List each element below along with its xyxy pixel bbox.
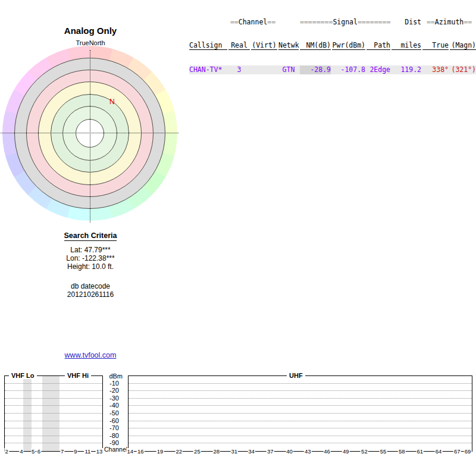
group-spacer <box>189 18 227 26</box>
cell-path: 2Edge <box>367 65 390 74</box>
header-pwr-dbm: Pwr(dBm) <box>332 42 365 50</box>
channel-tick-64: 64 <box>435 448 443 455</box>
search-criteria-title: Search Criteria <box>64 231 117 241</box>
header-virt: (Virt) <box>251 42 277 50</box>
x-axis-label: Channel <box>104 446 127 453</box>
uhf-band-label: UHF <box>287 372 305 379</box>
search-criteria-block: Search Criteria Lat: 47.79*** Lon: -122.… <box>0 231 181 271</box>
gridline <box>129 421 472 421</box>
channel-tick-22: 22 <box>176 448 183 455</box>
channel-tick-5: 5 <box>31 448 35 455</box>
group-signal-label: Signal <box>333 18 358 26</box>
channel-tick-34: 34 <box>248 448 255 455</box>
radar-plot: N <box>2 46 177 221</box>
channel-tick-61: 61 <box>416 448 424 455</box>
channel-tick-2: 2 <box>5 448 9 455</box>
group-spacer <box>278 18 299 26</box>
channel-tick-46: 46 <box>323 448 331 455</box>
equals-decoration: ======== <box>300 18 333 26</box>
magnetic-north-marker: N <box>109 98 115 106</box>
gridline <box>129 436 472 436</box>
page-title: Analog Only <box>0 26 181 36</box>
gridline <box>129 390 472 391</box>
channel-tick-69: 69 <box>464 448 472 455</box>
channel-tick-37: 37 <box>267 448 274 455</box>
gridline <box>5 383 102 384</box>
longitude-value: Lon: -122.38*** <box>0 254 181 262</box>
channel-tick-58: 58 <box>398 448 406 455</box>
header-callsign: Callsign <box>189 42 227 50</box>
gridline <box>129 413 472 414</box>
cell-true-azimuth: 338° <box>422 65 449 74</box>
signal-table: ==Channel== ========Signal======== Dist … <box>189 3 476 90</box>
equals-decoration: == <box>464 18 472 26</box>
db-datecode-value: 201210261116 <box>0 291 181 299</box>
vhf-lo-band-label: VHF Lo <box>9 372 37 379</box>
cell-magnetic-azimuth: (321°) <box>450 65 476 74</box>
channel-tick-7: 7 <box>60 448 64 455</box>
channel-tick-25: 25 <box>193 448 201 455</box>
channel-tick-4: 4 <box>19 448 23 455</box>
channel-tick-19: 19 <box>156 448 164 455</box>
frequency-gap-band <box>42 376 60 451</box>
channel-tick-31: 31 <box>230 448 238 455</box>
group-dist-label: Dist <box>392 18 421 26</box>
gridline <box>5 390 102 391</box>
tvfool-link[interactable]: www.tvfool.com <box>65 351 117 359</box>
gridline <box>5 421 102 421</box>
header-real: Real <box>228 42 250 50</box>
channel-tick-14: 14 <box>127 448 134 455</box>
uhf-spectrum-panel: 1416192225283134374043464952555861646769 <box>128 375 472 452</box>
header-true: True <box>422 42 449 50</box>
cell-nm-db: -28.9 <box>300 65 331 74</box>
group-signal: ========Signal======== <box>300 18 390 26</box>
group-azimuth-label: Azimuth <box>435 18 464 26</box>
y-axis-tick-labels: -10-20-30-40-50-60-70-80-90 <box>102 375 123 450</box>
cell-pwr-dbm: -107.8 <box>332 65 365 74</box>
cell-virt-channel <box>251 65 277 74</box>
station-row[interactable]: CHAN-TV* 3 GTN -28.9 -107.8 2Edge 119.2 … <box>189 65 476 74</box>
group-azimuth: ==Azimuth== <box>422 18 476 26</box>
channel-tick-40: 40 <box>286 448 293 455</box>
cell-miles: 119.2 <box>392 65 421 74</box>
equals-decoration: == <box>427 18 435 26</box>
gridline <box>5 405 102 406</box>
channel-tick-52: 52 <box>361 448 368 455</box>
latitude-value: Lat: 47.79*** <box>0 246 181 254</box>
height-value: Height: 10.0 ft. <box>0 262 181 271</box>
channel-tick-6: 6 <box>37 448 41 455</box>
equals-decoration: ======== <box>358 18 390 26</box>
equals-decoration: == <box>267 18 275 26</box>
gridline <box>129 398 472 399</box>
gridline <box>5 398 102 399</box>
gridline <box>129 428 472 428</box>
equals-decoration: == <box>230 18 239 26</box>
gridline <box>129 383 472 384</box>
group-channel: ==Channel== <box>228 18 277 26</box>
gridline <box>5 436 102 436</box>
gridline <box>129 443 472 443</box>
channel-tick-13: 13 <box>96 448 104 455</box>
channel-tick-9: 9 <box>73 448 77 455</box>
channel-tick-16: 16 <box>137 448 145 455</box>
header-nm-db: NM(dB) <box>300 42 331 50</box>
gridline <box>129 405 472 406</box>
frequency-gap-band <box>23 376 32 451</box>
cell-network: GTN <box>278 65 299 74</box>
channel-tick-67: 67 <box>453 448 461 455</box>
cell-real-channel: 3 <box>228 65 250 74</box>
vhf-spectrum-panel: 2456791113 <box>4 375 103 452</box>
header-netwk: Netwk <box>278 42 299 50</box>
radar-crosshair-vertical <box>90 50 90 223</box>
header-miles: miles <box>392 42 421 50</box>
cell-callsign: CHAN-TV* <box>189 65 227 74</box>
db-datecode-label: db datecode <box>0 283 181 291</box>
channel-tick-49: 49 <box>342 448 350 455</box>
channel-tick-55: 55 <box>380 448 387 455</box>
channel-tick-11: 11 <box>84 448 91 455</box>
group-channel-label: Channel <box>239 18 267 26</box>
channel-tick-28: 28 <box>212 448 220 455</box>
gridline <box>5 443 102 443</box>
header-magn: (Magn) <box>450 42 476 50</box>
website-link-wrap: www.tvfool.com <box>0 351 181 359</box>
